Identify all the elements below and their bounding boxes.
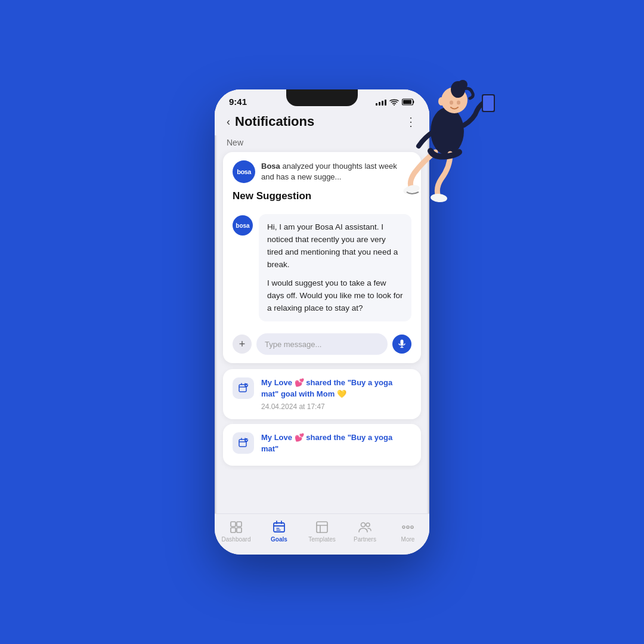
message-input-field[interactable]: Type message...: [256, 333, 388, 355]
svg-point-20: [244, 438, 248, 442]
new-suggestion-label: New Suggestion: [223, 189, 421, 208]
nav-more-label: More: [401, 536, 415, 543]
notif-action-2: shared the: [306, 433, 347, 442]
nav-item-dashboard[interactable]: Dashboard: [218, 520, 254, 543]
templates-icon: [315, 520, 329, 534]
battery-icon: [402, 98, 415, 106]
svg-point-11: [394, 104, 395, 106]
svg-point-28: [366, 523, 370, 527]
nav-item-goals[interactable]: Goals: [261, 520, 297, 543]
nav-goals-label: Goals: [271, 536, 287, 543]
bosa-avatar: bosa: [233, 160, 255, 183]
svg-rect-26: [317, 522, 327, 532]
notif-preview-text: Bosa analyzed your thoughts last week an…: [261, 161, 411, 182]
nav-item-partners[interactable]: Partners: [347, 520, 383, 543]
header-left: ‹ Notifications: [227, 114, 314, 129]
wifi-icon: [389, 98, 399, 106]
bottom-navigation: Dashboard Goals: [215, 513, 429, 555]
svg-rect-22: [237, 522, 242, 527]
svg-rect-4: [482, 94, 495, 112]
notif-heart2-emoji: 💛: [337, 389, 346, 398]
goals-icon: [272, 520, 286, 534]
svg-point-1: [441, 87, 467, 113]
notif-sender: My Love: [261, 378, 292, 387]
notif-item-1-title: My Love 💕 shared the "Buy a yoga mat" go…: [261, 377, 411, 400]
partners-icon: [358, 520, 372, 534]
svg-rect-14: [401, 340, 404, 345]
status-icons: [376, 98, 415, 106]
svg-rect-5: [483, 95, 494, 111]
status-time: 9:41: [229, 97, 247, 107]
notif-heart-emoji: 💕: [295, 378, 304, 387]
chat-message-2: I would suggest you to take a few days o…: [267, 277, 403, 315]
svg-point-8: [438, 97, 444, 106]
chat-avatar-text: bosa: [236, 222, 249, 229]
svg-point-10: [457, 101, 460, 105]
notif-item-1-text: My Love 💕 shared the "Buy a yoga mat" go…: [261, 377, 411, 411]
bosa-logo-text: bosa: [237, 168, 251, 175]
notif-heart-emoji-2: 💕: [295, 433, 304, 442]
svg-point-9: [450, 101, 453, 105]
notif-share-icon-2: [233, 432, 254, 454]
ai-message-bubble: Hi, I am your Bosa AI assistant. I notic…: [259, 214, 411, 321]
nav-partners-label: Partners: [354, 536, 376, 543]
svg-point-31: [411, 526, 413, 528]
notification-item-1[interactable]: My Love 💕 shared the "Buy a yoga mat" go…: [223, 369, 421, 419]
svg-rect-24: [237, 528, 242, 532]
message-input-row: + Type message...: [223, 327, 421, 363]
notif-sender-2: My Love: [261, 433, 292, 442]
main-notification-card[interactable]: bosa Bosa analyzed your thoughts last we…: [223, 152, 421, 363]
notif-card-header: bosa Bosa analyzed your thoughts last we…: [223, 152, 421, 189]
notif-with: goal with Mom: [281, 389, 335, 398]
add-attachment-button[interactable]: +: [233, 335, 252, 354]
svg-point-27: [361, 523, 366, 527]
notif-preview-content: analyzed your thoughts last week and has…: [261, 162, 397, 181]
microphone-button[interactable]: [392, 335, 411, 354]
notch: [286, 89, 358, 106]
svg-point-2: [451, 81, 465, 98]
content-area: New bosa Bosa analyzed your thoughts las…: [215, 135, 429, 513]
chat-message-1: Hi, I am your Bosa AI assistant. I notic…: [267, 221, 403, 271]
notif-sender-name: Bosa: [261, 162, 280, 171]
svg-rect-21: [231, 522, 236, 527]
svg-point-29: [402, 526, 405, 528]
app-background: 9:41: [0, 0, 644, 644]
notif-item-2-text: My Love 💕 shared the "Buy a yoga mat": [261, 432, 411, 455]
nav-templates-label: Templates: [308, 536, 336, 543]
phone-wrapper: 9:41: [215, 89, 429, 555]
chat-area: bosa Hi, I am your Bosa AI assistant. I …: [223, 208, 421, 327]
svg-point-30: [407, 526, 409, 528]
signal-bars-icon: [376, 98, 386, 106]
nav-header: ‹ Notifications ⋮: [215, 109, 429, 135]
message-placeholder: Type message...: [265, 340, 321, 349]
notif-item-1-date: 24.04.2024 at 17:47: [261, 402, 411, 411]
svg-rect-23: [231, 528, 236, 532]
dashboard-icon: [229, 520, 243, 534]
back-button[interactable]: ‹: [227, 116, 230, 128]
nav-item-more[interactable]: More: [390, 520, 426, 543]
svg-rect-13: [403, 100, 411, 104]
chat-bosa-avatar: bosa: [233, 215, 253, 236]
svg-point-7: [430, 193, 447, 203]
more-icon: [401, 520, 415, 534]
svg-point-18: [244, 383, 248, 387]
phone-frame: 9:41: [215, 89, 429, 555]
section-new-label: New: [215, 135, 429, 152]
svg-point-0: [431, 107, 464, 155]
notif-action: shared the: [306, 378, 347, 387]
nav-dashboard-label: Dashboard: [222, 536, 251, 543]
notif-item-2-title: My Love 💕 shared the "Buy a yoga mat": [261, 432, 411, 455]
more-options-button[interactable]: ⋮: [405, 114, 417, 129]
page-title: Notifications: [235, 114, 314, 129]
notification-item-2[interactable]: My Love 💕 shared the "Buy a yoga mat": [223, 424, 421, 466]
notif-share-icon: [233, 377, 254, 399]
nav-item-templates[interactable]: Templates: [304, 520, 340, 543]
svg-point-3: [458, 80, 467, 89]
